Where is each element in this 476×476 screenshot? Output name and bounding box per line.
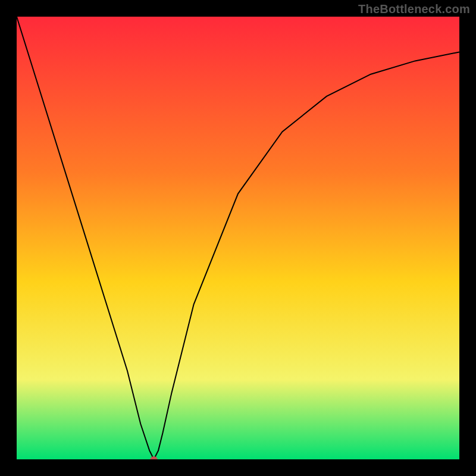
plot-area [17, 17, 459, 459]
chart-frame: TheBottleneck.com [0, 0, 476, 476]
chart-svg [17, 17, 459, 459]
gradient-background [17, 17, 459, 459]
watermark-text: TheBottleneck.com [358, 2, 470, 16]
